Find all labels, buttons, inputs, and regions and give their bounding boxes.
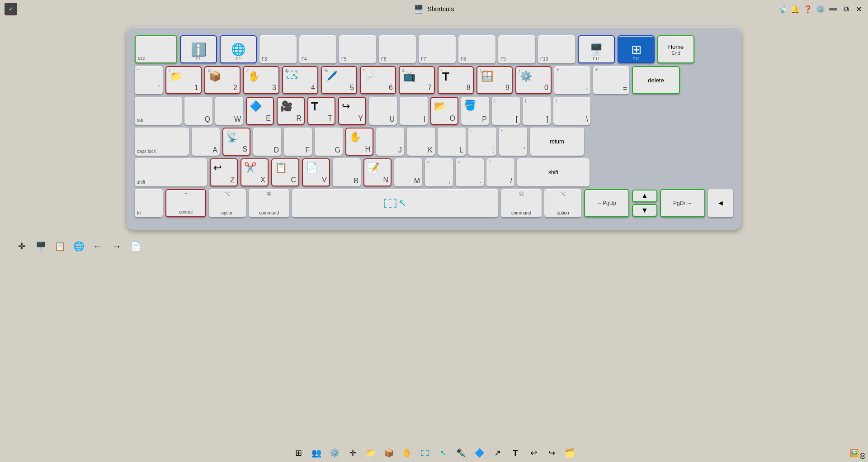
key-return[interactable]: return xyxy=(530,128,584,156)
status-move-icon[interactable]: ✛ xyxy=(344,445,361,461)
key-t[interactable]: T T xyxy=(307,97,335,125)
toolbar-newdoc-icon[interactable]: 📄 xyxy=(127,238,144,254)
key-command-right[interactable]: ⌘ command xyxy=(501,189,542,217)
key-1[interactable]: ! 📁 1 xyxy=(165,66,202,94)
key-f1[interactable]: ℹ️ F1 xyxy=(180,35,217,63)
key-comma[interactable]: < , xyxy=(425,158,453,186)
key-y[interactable]: ↪ Y xyxy=(338,97,366,125)
status-undo-icon[interactable]: ↩ xyxy=(525,445,542,461)
status-photo-icon[interactable]: 🖼️ xyxy=(850,449,859,457)
status-redo-icon[interactable]: ↪ xyxy=(543,445,560,461)
key-s[interactable]: 📡 S xyxy=(222,128,250,156)
key-tilde[interactable]: ~ ` xyxy=(135,66,163,94)
toolbar-forward-icon[interactable]: → xyxy=(108,238,125,254)
key-h[interactable]: ✋ H xyxy=(345,128,373,156)
status-cursor-icon[interactable]: ↖ xyxy=(435,445,451,461)
toolbar-greenscreen-icon[interactable]: 🖥️ xyxy=(33,238,49,254)
key-command-left[interactable]: ⌘ command xyxy=(249,189,289,217)
toolbar-move-icon[interactable]: ✛ xyxy=(14,238,30,254)
key-n[interactable]: 📝 N xyxy=(363,158,392,186)
key-v[interactable]: 📄 V xyxy=(302,158,330,186)
key-e[interactable]: 🔷 E xyxy=(246,97,274,125)
key-f6[interactable]: F6 xyxy=(379,35,416,63)
key-backslash[interactable]: | \ xyxy=(553,97,590,125)
key-i[interactable]: I xyxy=(400,97,428,125)
key-f7[interactable]: F7 xyxy=(419,35,456,63)
key-equals[interactable]: + = xyxy=(593,66,629,94)
key-z[interactable]: ↩ Z xyxy=(210,158,238,186)
status-hand-icon[interactable]: ✋ xyxy=(399,445,415,461)
key-l[interactable]: L xyxy=(438,128,466,156)
key-arrow-down[interactable]: ▼ xyxy=(632,204,657,217)
key-j[interactable]: J xyxy=(376,128,404,156)
key-f11[interactable]: 🖥️ F11 xyxy=(578,35,615,63)
key-home[interactable]: Home End xyxy=(657,35,694,63)
status-eraser-icon[interactable]: 🔷 xyxy=(471,445,487,461)
status-pen-icon[interactable]: ✒️ xyxy=(453,445,469,461)
key-f2[interactable]: 🌐 F2 xyxy=(220,35,257,63)
key-quote[interactable]: " ' xyxy=(499,128,527,156)
key-3[interactable]: # ✋ 3 xyxy=(243,66,279,94)
key-arrow-left[interactable]: ◄ xyxy=(708,189,733,217)
key-f10[interactable]: F10 xyxy=(538,35,575,63)
help-icon[interactable]: ❓ xyxy=(803,4,813,14)
key-q[interactable]: Q xyxy=(184,97,212,125)
toolbar-browser-icon[interactable]: 🌐 xyxy=(71,238,87,254)
key-f3[interactable]: F3 xyxy=(259,35,297,63)
notification-icon[interactable]: 📡 xyxy=(778,4,788,14)
key-4[interactable]: $ ↖ 4 xyxy=(282,66,318,94)
key-a[interactable]: A xyxy=(192,128,220,156)
key-option-right[interactable]: ⌥ option xyxy=(544,189,581,217)
key-pgdn[interactable]: PgDn→ xyxy=(660,189,705,217)
key-f5[interactable]: F5 xyxy=(339,35,376,63)
key-slash[interactable]: ? / xyxy=(486,158,514,186)
key-f9[interactable]: F9 xyxy=(498,35,535,63)
key-6[interactable]: ^ 🩹 6 xyxy=(360,66,396,94)
key-w[interactable]: W xyxy=(215,97,243,125)
key-u[interactable]: U xyxy=(369,97,397,125)
toolbar-copy-icon[interactable]: 📋 xyxy=(52,238,68,254)
key-k[interactable]: K xyxy=(407,128,435,156)
status-folder-icon[interactable]: 📁 xyxy=(363,445,379,461)
bell-icon[interactable]: 🔔 xyxy=(790,4,800,14)
status-users-icon[interactable]: 👥 xyxy=(308,445,325,461)
key-semicolon[interactable]: : ; xyxy=(468,128,496,156)
key-r[interactable]: 🎥 R xyxy=(277,97,305,125)
key-b[interactable]: B xyxy=(333,158,361,186)
key-minus[interactable]: + - xyxy=(554,66,590,94)
key-f[interactable]: F xyxy=(284,128,312,156)
key-close-bracket[interactable]: } ] xyxy=(523,97,551,125)
key-5[interactable]: % 🖊️ 5 xyxy=(321,66,357,94)
key-delete[interactable]: delete xyxy=(632,66,680,94)
status-layers-icon[interactable]: 🗂️ xyxy=(561,445,578,461)
key-o[interactable]: 📂 O xyxy=(430,97,458,125)
key-f12[interactable]: ⊞ F12 xyxy=(618,35,655,63)
key-0[interactable]: ) ⚙️ 0 xyxy=(515,66,552,94)
minimize-icon[interactable]: ➖ xyxy=(828,4,838,14)
key-x[interactable]: ✂️ X xyxy=(241,158,269,186)
key-caps-lock[interactable]: caps lock xyxy=(135,128,189,156)
key-control-left[interactable]: ⌃ control xyxy=(165,189,206,217)
key-p[interactable]: 🪣 P xyxy=(461,97,489,125)
key-shift-right[interactable]: shift xyxy=(517,158,590,186)
key-esc[interactable]: esc xyxy=(135,35,177,63)
key-2[interactable]: @ 📦 2 xyxy=(204,66,241,94)
status-settings-icon[interactable]: ⚙️ xyxy=(326,445,343,461)
close-icon[interactable]: ✕ xyxy=(854,4,863,14)
key-d[interactable]: D xyxy=(253,128,281,156)
key-7[interactable]: & 📺 7 xyxy=(399,66,435,94)
settings-icon[interactable]: ⚙️ xyxy=(816,4,826,14)
key-m[interactable]: M xyxy=(394,158,422,186)
key-c[interactable]: 📋 C xyxy=(271,158,299,186)
key-spacebar[interactable]: ↖ xyxy=(292,189,498,217)
resize-icon[interactable]: ⧉ xyxy=(841,4,851,14)
key-9[interactable]: ( 🪟 9 xyxy=(476,66,513,94)
key-f4[interactable]: F4 xyxy=(299,35,336,63)
key-option-left[interactable]: ⌥ option xyxy=(209,189,246,217)
key-tab[interactable]: tab xyxy=(135,97,182,125)
status-box-icon[interactable]: 📦 xyxy=(381,445,397,461)
toolbar-back-icon[interactable]: ← xyxy=(90,238,106,254)
key-fn[interactable]: fn xyxy=(135,189,163,217)
key-g[interactable]: G xyxy=(315,128,343,156)
key-pgup[interactable]: ←PgUp xyxy=(584,189,629,217)
